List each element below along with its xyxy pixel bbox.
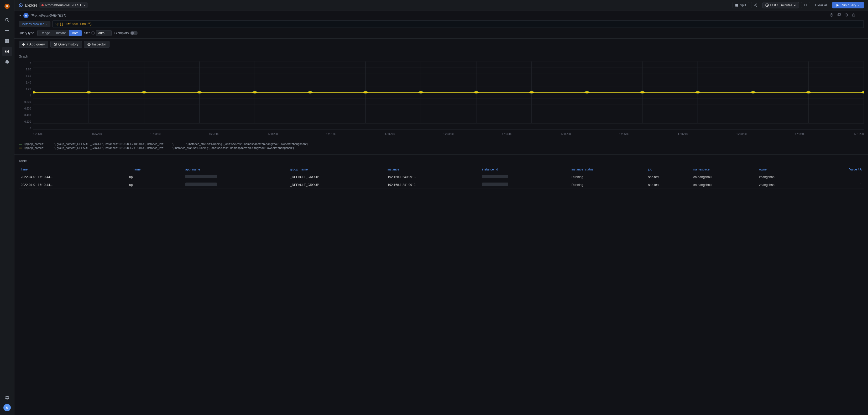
avatar-initials: U: [3, 404, 11, 411]
y-label-400: 0.400: [24, 114, 31, 117]
svg-line-11: [754, 4, 757, 5]
remove-query-btn[interactable]: [851, 12, 857, 18]
cell-owner: zhangshan: [757, 181, 814, 189]
col-time: Time: [19, 166, 127, 173]
clock-icon: [765, 3, 769, 7]
svg-text:G: G: [6, 5, 8, 8]
query-letter: A: [23, 13, 29, 18]
query-type-instant[interactable]: Instant: [53, 30, 69, 36]
table-row: 2022-04-01 17:10:44.... up _DEFAULT_GROU…: [19, 173, 864, 181]
y-label-180: 1.80: [26, 68, 31, 71]
legend-label-2: up{app_name=" ", group_name="_DEFAULT_GR…: [24, 146, 294, 149]
col-instance-status: instance_status: [569, 166, 646, 173]
x-axis: 16:56:00 16:57:00 16:58:00 16:59:00 17:0…: [33, 132, 864, 136]
blurred-instance-id: [482, 175, 508, 178]
split-button[interactable]: Split: [732, 2, 749, 8]
cell-name: up: [127, 173, 183, 181]
query-type-range[interactable]: Range: [37, 30, 53, 36]
eye-icon: [844, 13, 848, 17]
legend-label-1: up{app_name=" ", group_name="_DEFAULT_GR…: [24, 142, 308, 146]
sidebar: G U: [0, 0, 14, 415]
svg-point-20: [861, 15, 861, 15]
legend-color-1: [19, 144, 22, 145]
svg-point-74: [474, 91, 478, 93]
svg-line-12: [754, 5, 757, 6]
query-editor-row: Metrics browser: [19, 20, 864, 28]
query-history-button[interactable]: Query history: [51, 41, 82, 48]
sidebar-item-add[interactable]: [2, 26, 12, 35]
y-label-2: 2: [29, 61, 31, 64]
svg-point-68: [142, 91, 147, 93]
sidebar-item-settings[interactable]: [2, 393, 12, 403]
metrics-browser-button[interactable]: Metrics browser: [19, 21, 51, 27]
plus-icon: [22, 43, 25, 46]
exemplars-switch[interactable]: [130, 31, 137, 35]
topbar-left: Explore Prometheus-SAE-TEST: [19, 2, 88, 8]
time-range-selector[interactable]: Last 15 minutes: [763, 2, 799, 8]
exemplars-label: Exemplars: [114, 31, 129, 35]
split-label: Split: [740, 3, 746, 7]
content-area: A (Prometheus-SAE-TEST): [14, 10, 868, 415]
chart-svg: [33, 61, 864, 129]
query-expression-input[interactable]: [53, 20, 864, 28]
col-job: job: [646, 166, 691, 173]
svg-point-80: [806, 91, 811, 93]
cell-namespace: cn-hangzhou: [691, 181, 757, 189]
split-icon: [735, 3, 739, 7]
x-label-1: 16:57:00: [92, 132, 102, 136]
cell-time: 2022-04-01 17:10:44....: [19, 173, 127, 181]
cell-value: 1: [815, 181, 864, 189]
cell-app-name: [183, 173, 288, 181]
cell-time: 2022-04-01 17:10:44....: [19, 181, 127, 189]
svg-rect-6: [736, 4, 737, 6]
sidebar-item-search[interactable]: [2, 15, 12, 25]
query-type-both[interactable]: Both: [69, 30, 82, 36]
col-group-name: group_name: [288, 166, 385, 173]
duplicate-query-btn[interactable]: [836, 12, 842, 18]
sidebar-item-explore[interactable]: [2, 47, 12, 56]
svg-point-72: [363, 91, 368, 93]
svg-rect-4: [5, 41, 7, 43]
user-avatar[interactable]: U: [2, 403, 12, 412]
more-options-btn[interactable]: [858, 12, 864, 18]
x-label-5: 17:01:00: [326, 132, 336, 136]
clear-all-button[interactable]: Clear all: [812, 2, 830, 8]
collapse-icon[interactable]: [19, 14, 22, 17]
table-row: 2022-04-01 17:10:44.... up _DEFAULT_GROU…: [19, 181, 864, 189]
run-query-button[interactable]: Run query: [832, 2, 864, 8]
blurred-app-name: [185, 175, 217, 178]
svg-point-23: [89, 44, 89, 45]
y-label-200: 0.200: [24, 120, 31, 123]
sidebar-item-alerting[interactable]: [2, 57, 12, 67]
col-name: __name__: [127, 166, 183, 173]
col-owner: owner: [757, 166, 814, 173]
x-label-2: 16:58:00: [150, 132, 160, 136]
time-range-label: Last 15 minutes: [770, 3, 793, 7]
share-button[interactable]: [751, 2, 761, 8]
action-row: + Add query Query history Inspector: [14, 39, 868, 50]
col-value: Value #A: [815, 166, 864, 173]
hide-query-btn[interactable]: [843, 12, 849, 18]
inspector-icon: [87, 43, 91, 46]
grafana-logo[interactable]: G: [3, 2, 11, 10]
x-label-12: 17:08:00: [737, 132, 747, 136]
add-query-button[interactable]: + Add query: [19, 41, 48, 48]
x-label-7: 17:03:00: [443, 132, 454, 136]
ellipsis-icon: [859, 13, 863, 17]
inspector-button[interactable]: Inspector: [84, 41, 109, 48]
legend-item-1: up{app_name=" ", group_name="_DEFAULT_GR…: [19, 142, 864, 146]
step-value-input[interactable]: [96, 30, 112, 36]
svg-rect-7: [737, 4, 738, 6]
cell-app-name: [183, 181, 288, 189]
sidebar-item-dashboards[interactable]: [2, 36, 12, 46]
svg-rect-2: [5, 39, 7, 41]
cell-value: 1: [815, 173, 864, 181]
x-label-0: 16:56:00: [33, 132, 43, 136]
zoom-out-button[interactable]: [801, 2, 810, 8]
exemplars-toggle: Exemplars: [114, 31, 137, 35]
svg-point-76: [584, 91, 589, 93]
datasource-selector[interactable]: Prometheus-SAE-TEST: [39, 2, 88, 8]
topbar-actions: Split Last 15 minutes: [732, 2, 864, 8]
metrics-browser-label: Metrics browser: [22, 22, 44, 26]
query-history-icon-btn[interactable]: [829, 12, 834, 18]
